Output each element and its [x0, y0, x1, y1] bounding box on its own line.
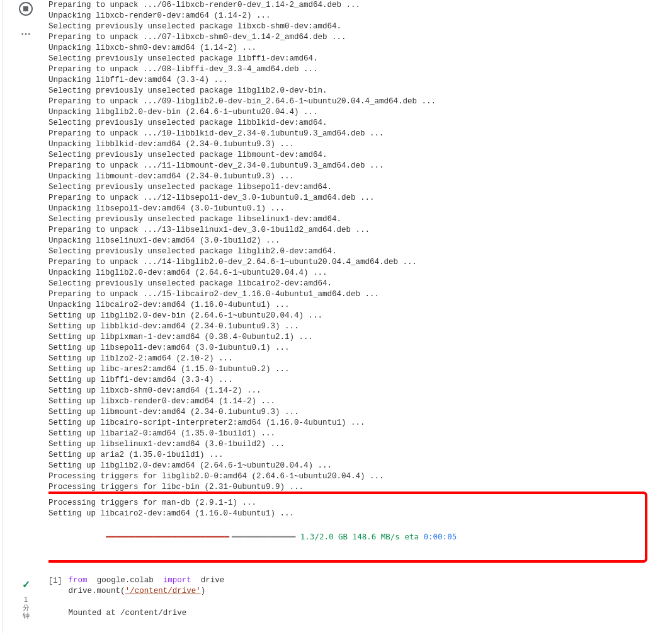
- output-line: Processing triggers for libglib2.0-0:amd…: [48, 471, 654, 482]
- output-line: Setting up libc-ares2:amd64 (1.15.0-1ubu…: [48, 364, 654, 375]
- output-line: Selecting previously unselected package …: [48, 54, 654, 64]
- output-line: Unpacking libselinux1-dev:amd64 (3.0-1bu…: [48, 236, 654, 246]
- cell-output-area: Preparing to unpack .../06-libxcb-render…: [48, 0, 660, 563]
- output-line: Setting up libcairo2-dev:amd64 (1.16.0-4…: [48, 509, 645, 519]
- output-line: Setting up libaria2-0:amd64 (1.35.0-1bui…: [48, 428, 654, 439]
- output-line: Selecting previously unselected package …: [48, 279, 654, 289]
- output-line: Selecting previously unselected package …: [48, 118, 654, 129]
- output-line: Preparing to unpack .../11-libmount-dev_…: [48, 161, 654, 171]
- output-line: Unpacking libmount-dev:amd64 (2.34-0.1ub…: [48, 171, 654, 182]
- output-line: Preparing to unpack .../15-libcairo2-dev…: [48, 289, 654, 300]
- output-line: Selecting previously unselected package …: [48, 150, 654, 161]
- output-line: Setting up libxcb-shm0-dev:amd64 (1.14-2…: [48, 386, 654, 396]
- output-line: Preparing to unpack .../10-libblkid-dev_…: [48, 129, 654, 139]
- highlighted-region: Processing triggers for man-db (2.9.1-1)…: [48, 492, 647, 563]
- output-line: Preparing to unpack .../12-libsepol1-dev…: [48, 193, 654, 204]
- download-progress: ━━━━━━━━━━━━━━━━━━━━━━━━━━╺━━━━━━━━━━━━━…: [48, 520, 645, 553]
- output-line: Preparing to unpack .../08-libffi-dev_3.…: [48, 64, 654, 75]
- output-line: Setting up libsepol1-dev:amd64 (3.0-1ubu…: [48, 343, 654, 354]
- output-line: Unpacking libsepol1-dev:amd64 (3.0-1ubun…: [48, 204, 654, 214]
- output-line: Selecting previously unselected package …: [48, 182, 654, 193]
- cell-output-text: Mounted at /content/drive: [69, 608, 654, 619]
- output-line: Processing triggers for man-db (2.9.1-1)…: [48, 498, 645, 509]
- output-line: Preparing to unpack .../13-libselinux1-d…: [48, 225, 654, 236]
- code-cell-completed: ✓ 1 分 钟 [1] from google.colab import dri…: [3, 575, 660, 633]
- cell-more-menu[interactable]: ⋯: [21, 28, 31, 40]
- output-line: Unpacking libglib2.0-dev-bin (2.64.6-1~u…: [48, 107, 654, 118]
- stop-execution-button[interactable]: [19, 2, 33, 16]
- output-line: Selecting previously unselected package …: [48, 21, 654, 32]
- checkmark-icon: ✓: [22, 578, 30, 590]
- output-line: Unpacking libxcb-shm0-dev:amd64 (1.14-2)…: [48, 43, 654, 54]
- output-line: Preparing to unpack .../09-libglib2.0-de…: [48, 96, 654, 107]
- output-line: Unpacking libcairo2-dev:amd64 (1.16.0-4u…: [48, 300, 654, 311]
- cell-execution-count: [1]: [48, 577, 62, 621]
- output-line: Setting up libffi-dev:amd64 (3.3-4) ...: [48, 375, 654, 386]
- output-line: Setting up liblzo2-2:amd64 (2.10-2) ...: [48, 354, 654, 364]
- output-line: Selecting previously unselected package …: [48, 86, 654, 96]
- output-line: Unpacking libblkid-dev:amd64 (2.34-0.1ub…: [48, 139, 654, 150]
- output-line: Preparing to unpack .../14-libglib2.0-de…: [48, 257, 654, 268]
- output-line: Setting up libxcb-render0-dev:amd64 (1.1…: [48, 396, 654, 407]
- output-line: Setting up libblkid-dev:amd64 (2.34-0.1u…: [48, 321, 654, 332]
- output-line: Preparing to unpack .../07-libxcb-shm0-d…: [48, 32, 654, 43]
- output-line: Setting up libglib2.0-dev-bin (2.64.6-1~…: [48, 311, 654, 321]
- output-line: Selecting previously unselected package …: [48, 246, 654, 257]
- execution-time: 1 分 钟: [23, 595, 30, 621]
- output-line: Setting up libselinux1-dev:amd64 (3.0-1b…: [48, 439, 654, 450]
- output-line: Setting up libglib2.0-dev:amd64 (2.64.6-…: [48, 461, 654, 471]
- output-line: Setting up libpixman-1-dev:amd64 (0.38.4…: [48, 332, 654, 343]
- output-line: Unpacking libxcb-render0-dev:amd64 (1.14…: [48, 11, 654, 21]
- output-line: Setting up libcairo-script-interpreter2:…: [48, 418, 654, 428]
- output-line: Setting up aria2 (1.35.0-1build1) ...: [48, 450, 654, 461]
- output-line: Preparing to unpack .../06-libxcb-render…: [48, 0, 654, 11]
- output-line: Selecting previously unselected package …: [48, 214, 654, 225]
- code-input[interactable]: from google.colab import drive drive.mou…: [69, 575, 654, 597]
- output-line: Unpacking libglib2.0-dev:amd64 (2.64.6-1…: [48, 268, 654, 279]
- code-cell-running: ⋯ Preparing to unpack .../06-libxcb-rend…: [3, 0, 660, 575]
- output-line: Unpacking libffi-dev:amd64 (3.3-4) ...: [48, 75, 654, 86]
- output-line: Setting up libmount-dev:amd64 (2.34-0.1u…: [48, 407, 654, 418]
